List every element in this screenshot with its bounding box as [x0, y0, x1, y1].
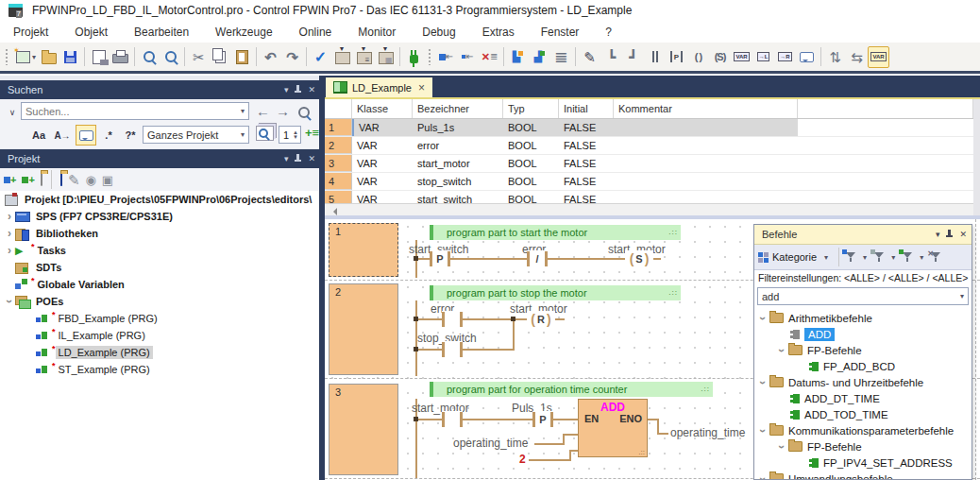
- contact[interactable]: [442, 411, 463, 428]
- cell-typ[interactable]: BOOL: [503, 173, 559, 190]
- coil-reset[interactable]: (R): [527, 311, 555, 328]
- variable-row[interactable]: 4 VAR stop_switch BOOL FALSE: [325, 173, 980, 191]
- tree-item-sdts[interactable]: SDTs: [0, 259, 319, 276]
- new-object-button[interactable]: [12, 46, 34, 68]
- chevron-right-icon[interactable]: ›: [4, 244, 15, 257]
- contact-negated[interactable]: /: [527, 250, 548, 267]
- compile-all-button[interactable]: [353, 46, 375, 68]
- zoom-page-button[interactable]: [138, 46, 160, 68]
- add-sdt-button[interactable]: +: [22, 174, 34, 185]
- chevron-right-icon[interactable]: ›: [4, 227, 15, 240]
- chevron-down-icon[interactable]: ›: [756, 312, 769, 325]
- tree-item-fbd-example[interactable]: * FBD_Example (PRG): [0, 310, 319, 327]
- cell-initial[interactable]: FALSE: [559, 137, 614, 154]
- monitor-pou-icon[interactable]: ◉: [85, 174, 95, 186]
- clear-filter-button[interactable]: ✕: [931, 252, 940, 262]
- zoom-pages-button[interactable]: [160, 46, 181, 68]
- ladder-editor[interactable]: 1 .::program part to start the motor sta…: [325, 219, 980, 480]
- chevron-down-icon[interactable]: ›: [756, 472, 769, 480]
- tree-item-fp-befehle[interactable]: › FP-Befehle: [754, 342, 972, 358]
- cell-klasse[interactable]: VAR: [352, 155, 413, 172]
- chevron-down-icon[interactable]: ›: [756, 376, 769, 389]
- contact[interactable]: [442, 341, 463, 358]
- comment-filter-button[interactable]: [76, 125, 96, 146]
- tree-item-tasks[interactable]: › ▶* Tasks: [0, 242, 319, 259]
- tree-item-globale-variablen[interactable]: * Globale Variablen: [0, 276, 319, 293]
- expand-search-button[interactable]: ∨: [2, 102, 23, 123]
- show-variable-comments-button[interactable]: VAR: [868, 46, 889, 68]
- menu-projekt[interactable]: Projekt: [0, 22, 61, 43]
- regex-button[interactable]: .*: [98, 125, 119, 146]
- resize-handle-icon[interactable]: .::: [668, 285, 678, 300]
- pin-icon[interactable]: [295, 85, 301, 94]
- jump-right-tool-button[interactable]: →R: [774, 46, 796, 68]
- panel-menu-icon[interactable]: ▾: [284, 154, 289, 163]
- collapsed-rows-strip[interactable]: [325, 203, 980, 216]
- save-project-button[interactable]: [59, 46, 81, 68]
- row-number[interactable]: 1: [325, 119, 352, 136]
- cell-klasse[interactable]: VAR: [352, 173, 413, 190]
- cell-bezeichner[interactable]: Puls_1s: [413, 119, 503, 136]
- menu-fenster[interactable]: Fenster: [528, 22, 593, 43]
- contact-pulse-tool-button[interactable]: P: [666, 46, 687, 68]
- open-project-button[interactable]: [38, 46, 59, 68]
- instructions-panel-header[interactable]: Befehle ▾ ✕: [754, 225, 972, 245]
- chevron-down-icon[interactable]: ›: [775, 440, 788, 454]
- tree-item-fp-ipv4-set-address[interactable]: FP_IPV4_SET_ADDRESS: [754, 454, 972, 471]
- col-kommentar[interactable]: Kommentar: [614, 99, 798, 118]
- menu-werkzeuge[interactable]: Werkzeuge: [202, 22, 285, 43]
- cell-klasse[interactable]: VAR: [352, 137, 413, 154]
- tree-item-il-example[interactable]: * IL_Example (PRG): [0, 327, 319, 344]
- rung-number-cell[interactable]: 2: [329, 283, 398, 375]
- tab-close-icon[interactable]: ×: [418, 81, 425, 94]
- compile-object-button[interactable]: [331, 46, 353, 68]
- menu-monitor[interactable]: Monitor: [345, 22, 409, 43]
- forward-arrow-icon[interactable]: →: [276, 104, 290, 118]
- tree-item-arithmetikbefehle[interactable]: › Arithmetikbefehle: [754, 310, 972, 326]
- spread-vertical-button[interactable]: ⇅: [824, 46, 846, 68]
- tree-item-kommunikationsparameterbefehle[interactable]: › Kommunikationsparameterbefehle: [754, 422, 972, 438]
- search-icon[interactable]: [298, 107, 310, 118]
- literal-value[interactable]: 2: [519, 453, 526, 466]
- panel-menu-icon[interactable]: ▾: [284, 85, 289, 94]
- add-device-button[interactable]: +: [4, 174, 16, 185]
- chevron-down-icon[interactable]: ▾: [956, 292, 968, 300]
- cut-button[interactable]: ✂: [188, 46, 210, 68]
- chevron-down-icon[interactable]: ›: [756, 424, 769, 437]
- contact-pulse[interactable]: P: [430, 250, 450, 267]
- cell-bezeichner[interactable]: error: [413, 137, 503, 154]
- comment-tool-button[interactable]: [796, 46, 818, 68]
- row-number[interactable]: 3: [325, 155, 352, 172]
- contact-pulse[interactable]: P: [532, 411, 553, 428]
- search-input[interactable]: [22, 104, 237, 119]
- tree-item-bibliotheken[interactable]: › Bibliotheken: [0, 225, 319, 242]
- close-icon[interactable]: ✕: [308, 85, 315, 94]
- search-panel-header[interactable]: Suchen ▾ ✕: [0, 80, 319, 99]
- add-function-block[interactable]: ADD EN ENO .::: [578, 399, 648, 457]
- new-pou-button[interactable]: [60, 174, 62, 185]
- tree-item-sps[interactable]: › SPS (FP7 CPS3RE/CPS31E): [0, 208, 319, 225]
- cell-kommentar[interactable]: [614, 173, 798, 190]
- cell-kommentar[interactable]: [614, 137, 798, 154]
- search-results-icon[interactable]: [256, 126, 274, 141]
- instruction-search-input[interactable]: [758, 289, 956, 304]
- operand-label[interactable]: operating_time: [453, 437, 528, 450]
- paste-network-button[interactable]: ▟: [529, 46, 550, 68]
- row-number[interactable]: 2: [325, 137, 352, 154]
- cell-klasse[interactable]: VAR: [352, 119, 413, 136]
- tree-item-fp-add-bcd[interactable]: FP_ADD_BCD: [754, 358, 972, 374]
- contact[interactable]: [442, 311, 463, 328]
- edit-pou-icon[interactable]: ✎: [68, 173, 80, 187]
- stepper-down-icon[interactable]: ▼: [293, 135, 298, 140]
- row-number[interactable]: 4: [325, 173, 352, 190]
- back-arrow-icon[interactable]: ←: [256, 104, 270, 118]
- coil-set[interactable]: (S): [625, 250, 653, 267]
- cell-initial[interactable]: FALSE: [559, 155, 614, 172]
- resize-handle-icon[interactable]: .::: [668, 225, 678, 240]
- result-counter-stepper[interactable]: 1 ▲▼: [279, 126, 301, 144]
- tree-item-add[interactable]: ADD: [754, 326, 972, 342]
- close-icon[interactable]: ✕: [308, 154, 315, 163]
- insert-network-above-button[interactable]: ⇤: [435, 46, 457, 68]
- cell-initial[interactable]: FALSE: [559, 119, 614, 136]
- spread-horizontal-button[interactable]: ⇆: [846, 46, 868, 68]
